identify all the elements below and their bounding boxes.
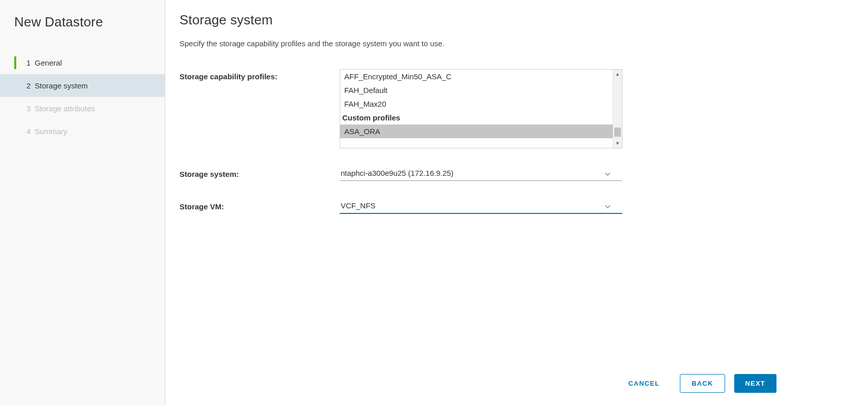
profile-option[interactable]: AFF_Encrypted_Min50_ASA_C <box>340 70 613 83</box>
profiles-scrollbar[interactable]: ▲ ▼ <box>613 70 622 148</box>
field-storage-capability-profiles: Storage capability profiles: AFF_Encrypt… <box>179 69 848 148</box>
storage-vm-dropdown[interactable]: VCF_NFS <box>340 199 622 214</box>
profile-option-selected[interactable]: ASA_ORA <box>340 124 613 138</box>
profile-option[interactable]: FAH_Max20 <box>340 97 613 111</box>
wizard-footer: CANCEL BACK NEXT <box>179 364 848 393</box>
step-label: General <box>35 58 62 67</box>
step-number: 4 <box>26 127 31 136</box>
step-label: Summary <box>35 127 67 136</box>
step-general[interactable]: 1General <box>0 51 165 74</box>
field-storage-system: Storage system: ntaphci-a300e9u25 (172.1… <box>179 167 848 181</box>
chevron-down-icon <box>605 169 610 177</box>
storage-vm-value: VCF_NFS <box>341 201 375 210</box>
wizard-title: New Datastore <box>0 14 165 30</box>
step-number: 3 <box>26 104 31 113</box>
cancel-button[interactable]: CANCEL <box>617 374 671 393</box>
wizard-sidebar: New Datastore 1General 2Storage system 3… <box>0 0 165 405</box>
page-title: Storage system <box>179 12 848 28</box>
back-button[interactable]: BACK <box>680 374 725 393</box>
scroll-down-icon[interactable]: ▼ <box>613 139 622 148</box>
profiles-listbox[interactable]: AFF_Encrypted_Min50_ASA_C FAH_Default FA… <box>340 69 622 148</box>
step-storage-system[interactable]: 2Storage system <box>0 74 165 97</box>
wizard-steps: 1General 2Storage system 3Storage attrib… <box>0 51 165 143</box>
scroll-up-icon[interactable]: ▲ <box>613 70 622 79</box>
profiles-listbox-content: AFF_Encrypted_Min50_ASA_C FAH_Default FA… <box>340 70 613 148</box>
step-label: Storage system <box>35 81 87 90</box>
storage-system-value: ntaphci-a300e9u25 (172.16.9.25) <box>341 169 454 177</box>
system-label: Storage system: <box>179 167 340 178</box>
storage-system-dropdown[interactable]: ntaphci-a300e9u25 (172.16.9.25) <box>340 167 622 181</box>
profile-group-header: Custom profiles <box>340 111 613 124</box>
step-storage-attributes: 3Storage attributes <box>0 97 165 120</box>
wizard-main: Storage system Specify the storage capab… <box>165 0 868 405</box>
step-summary: 4Summary <box>0 120 165 143</box>
profiles-label: Storage capability profiles: <box>179 69 340 81</box>
step-number: 1 <box>26 58 31 67</box>
page-description: Specify the storage capability profiles … <box>179 39 848 48</box>
chevron-down-icon <box>605 202 610 210</box>
step-number: 2 <box>26 81 31 90</box>
step-label: Storage attributes <box>35 104 95 113</box>
field-storage-vm: Storage VM: VCF_NFS <box>179 199 848 214</box>
vm-label: Storage VM: <box>179 199 340 211</box>
scroll-thumb[interactable] <box>614 128 621 137</box>
next-button[interactable]: NEXT <box>734 374 776 393</box>
profile-option[interactable]: FAH_Default <box>340 83 613 97</box>
